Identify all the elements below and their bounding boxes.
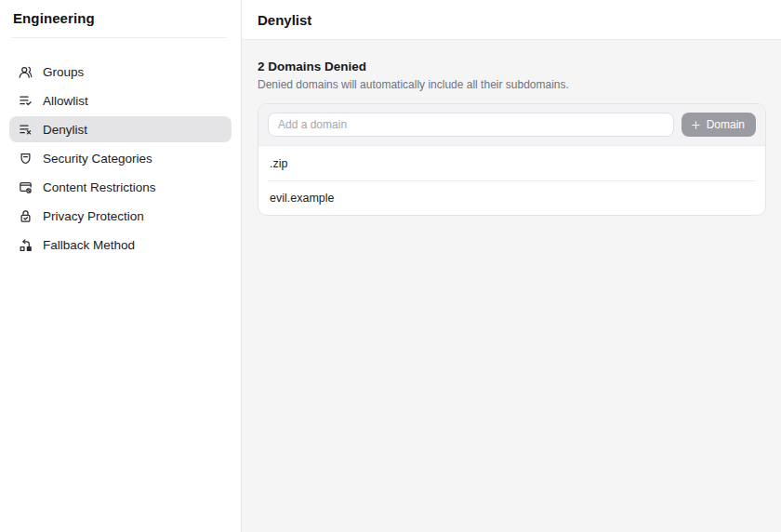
domain-name: .zip [270,157,287,170]
add-domain-button[interactable]: Domain [682,113,756,137]
profile-title: Engineering [13,10,228,26]
add-domain-button-label: Domain [707,118,745,131]
domains-denied-heading: 2 Domains Denied [258,60,766,73]
sidebar-nav: Groups Allowlist Denylist [0,38,241,258]
list-x-icon [18,122,33,137]
sidebar-item-label: Groups [43,65,84,79]
sidebar-item-security-categories[interactable]: Security Categories [9,145,232,171]
sidebar-item-label: Privacy Protection [43,209,144,223]
add-domain-input[interactable] [268,113,674,137]
sidebar-item-denylist[interactable]: Denylist [9,116,232,142]
sidebar-item-label: Fallback Method [43,238,135,252]
domains-denied-subheading: Denied domains will automatically includ… [258,78,766,91]
app-window: Engineering Groups Allowli [0,0,781,532]
list-check-icon [18,93,33,108]
sidebar: Engineering Groups Allowli [0,0,242,532]
domain-row[interactable]: evil.example [268,180,756,215]
sidebar-item-groups[interactable]: Groups [9,59,232,85]
sidebar-item-content-restrictions[interactable]: Content Restrictions [9,174,232,200]
sidebar-item-allowlist[interactable]: Allowlist [9,87,232,113]
plus-icon [691,120,701,130]
failover-icon [18,237,33,252]
main-header: Denylist [242,0,781,40]
sidebar-item-label: Allowlist [43,94,88,108]
page-title: Denylist [258,12,311,28]
content-area: 2 Domains Denied Denied domains will aut… [242,40,781,216]
denylist-card: Domain .zip evil.example [258,103,766,216]
window-ban-icon [18,180,33,194]
lock-check-icon [18,208,33,223]
sidebar-item-label: Content Restrictions [43,180,156,194]
domain-name: evil.example [270,192,334,205]
domain-row[interactable]: .zip [268,146,756,180]
users-icon [18,64,33,79]
sidebar-item-fallback-method[interactable]: Fallback Method [9,232,232,258]
denied-domains-list: .zip evil.example [258,146,765,215]
main-panel: Denylist 2 Domains Denied Denied domains… [242,0,781,532]
sidebar-item-label: Denylist [43,123,87,137]
shield-icon [18,151,33,166]
sidebar-item-privacy-protection[interactable]: Privacy Protection [9,203,232,229]
sidebar-header: Engineering [0,0,241,37]
add-domain-toolbar: Domain [258,104,765,146]
sidebar-item-label: Security Categories [43,152,152,166]
